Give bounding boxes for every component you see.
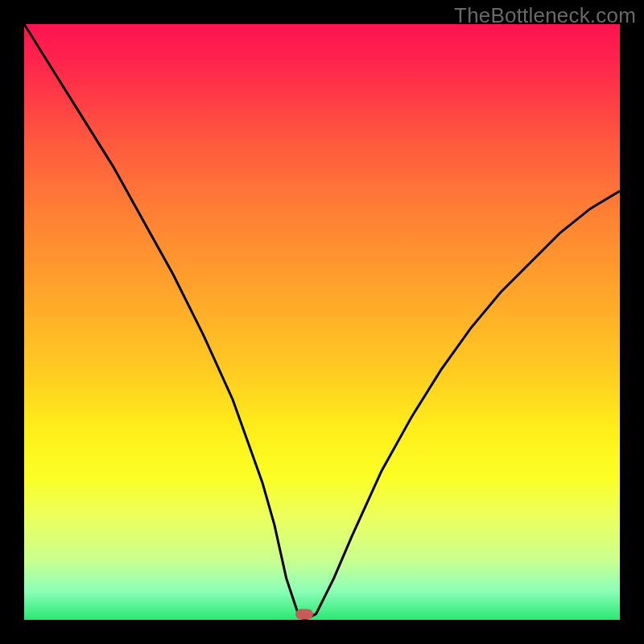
curve-path bbox=[24, 24, 620, 620]
bottleneck-curve bbox=[24, 24, 620, 620]
watermark-text: TheBottleneck.com bbox=[454, 3, 636, 28]
chart-frame: TheBottleneck.com bbox=[0, 0, 644, 644]
optimal-marker bbox=[295, 609, 313, 619]
chart-plot-area bbox=[24, 24, 620, 620]
